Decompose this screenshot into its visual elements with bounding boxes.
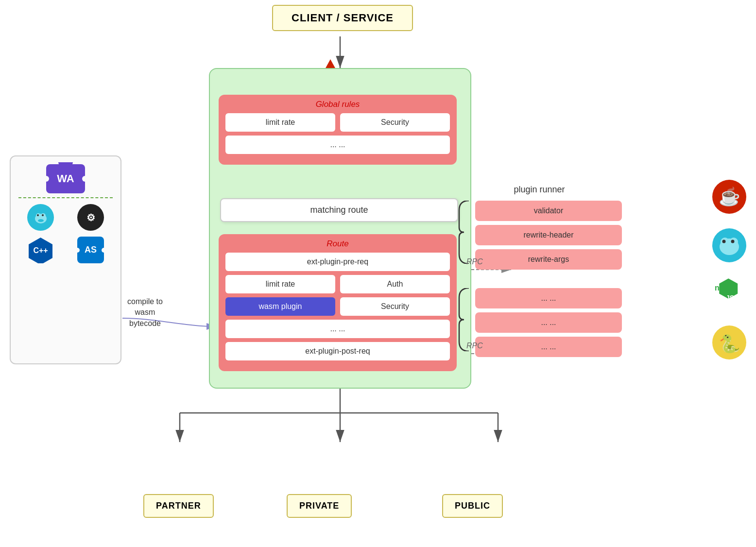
python-icon: 🐍 [712,325,746,359]
ellipsis-global-plugin: ... ... [225,136,450,154]
bottom-plugin-3: ... ... [475,337,622,357]
svg-point-30 [722,240,726,243]
bottom-plugin-2: ... ... [475,312,622,333]
top-brace-icon [457,201,471,264]
client-service-box: CLIENT / SERVICE [272,5,413,31]
route-box: Route ext-plugin-pre-req limit rate Auth… [219,234,457,371]
partner-destination: PARTNER [143,494,214,518]
global-rules-title: Global rules [225,100,450,109]
private-destination: PRIVATE [287,494,352,518]
rpc-label-top: RPC [466,257,483,266]
go-icon [27,204,54,231]
global-rules-plugin-row1: limit rate Security [225,113,450,132]
svg-point-19 [37,214,39,216]
global-rules-plugin-row2: ... ... [225,136,450,154]
svg-text:JS: JS [726,294,734,302]
plugin-runner-title: plugin runner [457,185,622,195]
auth-route-plugin: Auth [340,275,450,293]
java-icon: ☕ [712,180,746,214]
compile-text: compile towasmbytecode [127,296,163,329]
wasm-plugin: wasm plugin [225,297,335,316]
global-rules-box: Global rules limit rate Security ... ... [219,95,457,165]
language-icons-grid: ⚙ C++ AS [18,204,113,263]
nodejs-icon: node JS [712,277,746,311]
rust-icon: ⚙ [77,204,104,231]
bottom-plugin-1: ... ... [475,288,622,308]
ext-plugin-pre-req: ext-plugin-pre-req [225,253,450,271]
right-language-icons: ☕ node JS 🐍 [712,180,746,359]
rewrite-header-plugin: rewrite-header [475,225,622,245]
route-ellipsis: ... ... [225,320,450,338]
svg-text:🐍: 🐍 [719,333,740,354]
svg-point-31 [731,240,735,243]
route-ellipsis-row: ... ... [225,320,450,338]
svg-text:C++: C++ [33,246,48,255]
route-title: Route [225,239,450,249]
wa-icon: WA [46,164,85,193]
as-icon: AS [77,237,104,263]
public-destination: PUBLIC [442,494,503,518]
route-wasm-security-row: wasm plugin Security [225,297,450,316]
matching-route-box: matching route [220,198,458,222]
go-right-icon [712,228,746,262]
dashed-separator [18,197,113,198]
route-pre-req-row: ext-plugin-pre-req [225,253,450,271]
svg-point-21 [38,219,44,222]
svg-text:⚙: ⚙ [86,212,95,223]
limit-rate-global-plugin: limit rate [225,113,335,132]
limit-rate-route-plugin: limit rate [225,275,335,293]
wasm-languages-box: WA [10,155,121,364]
security-global-plugin: Security [340,113,450,132]
route-post-req-row: ext-plugin-post-req [225,342,450,360]
security-route-plugin: Security [340,297,450,316]
plugin-runner-container: plugin runner validator rewrite-header r… [457,185,622,361]
validator-plugin: validator [475,201,622,221]
rpc-label-bottom: RPC [466,342,483,350]
route-limit-auth-row: limit rate Auth [225,275,450,293]
svg-point-20 [42,214,44,216]
ext-plugin-post-req: ext-plugin-post-req [225,342,450,360]
rewrite-args-plugin: rewrite-args [475,249,622,270]
